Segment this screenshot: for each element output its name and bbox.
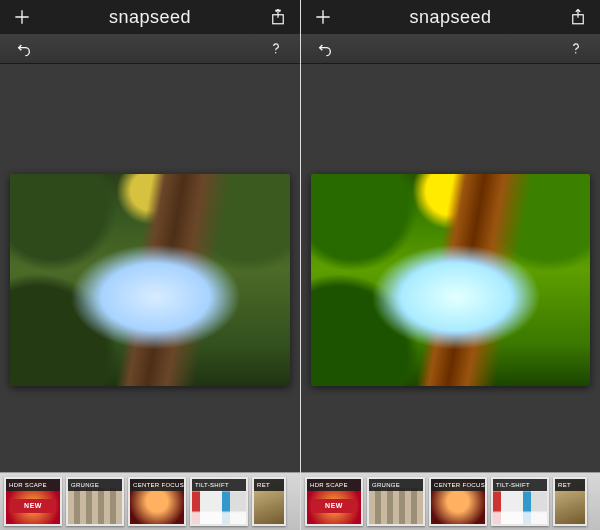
pane-left: snapseed HDR SCAPENEWGRUNGECENTER FOCUST… <box>0 0 300 530</box>
filter-label: TILT-SHIFT <box>493 479 547 491</box>
filter-label: RET <box>254 479 284 491</box>
filter-tile-retro[interactable]: RET <box>252 477 286 526</box>
add-button[interactable] <box>311 5 335 29</box>
filter-tile-center[interactable]: CENTER FOCUS <box>429 477 487 526</box>
canvas-area[interactable] <box>0 64 300 530</box>
undo-button[interactable] <box>313 37 337 61</box>
filter-label: CENTER FOCUS <box>130 479 184 491</box>
filter-label: GRUNGE <box>68 479 122 491</box>
app-title: snapseed <box>34 7 266 28</box>
filter-tile-retro[interactable]: RET <box>553 477 587 526</box>
plus-icon <box>313 7 333 27</box>
filter-tile-center[interactable]: CENTER FOCUS <box>128 477 186 526</box>
plus-icon <box>12 7 32 27</box>
top-bar: snapseed <box>301 0 600 34</box>
share-icon <box>569 8 587 26</box>
pane-right: snapseed HDR SCAPENEWGRUNGECENTER FOCUST… <box>300 0 600 530</box>
filter-label: GRUNGE <box>369 479 423 491</box>
app-title: snapseed <box>335 7 566 28</box>
filter-tile-hdr[interactable]: HDR SCAPENEW <box>4 477 62 526</box>
filter-tile-grunge[interactable]: GRUNGE <box>367 477 425 526</box>
filter-tile-hdr[interactable]: HDR SCAPENEW <box>305 477 363 526</box>
filter-strip[interactable]: HDR SCAPENEWGRUNGECENTER FOCUSTILT-SHIFT… <box>301 472 600 530</box>
filter-tile-tilt[interactable]: TILT-SHIFT <box>190 477 248 526</box>
edited-photo[interactable] <box>10 174 290 386</box>
filter-label: HDR SCAPE <box>6 479 60 491</box>
undo-icon <box>14 41 34 57</box>
filter-strip[interactable]: HDR SCAPENEWGRUNGECENTER FOCUSTILT-SHIFT… <box>0 472 300 530</box>
help-icon <box>269 40 283 58</box>
new-badge: NEW <box>10 499 56 513</box>
filter-tile-tilt[interactable]: TILT-SHIFT <box>491 477 549 526</box>
second-bar <box>0 34 300 64</box>
filter-tile-grunge[interactable]: GRUNGE <box>66 477 124 526</box>
add-button[interactable] <box>10 5 34 29</box>
help-icon <box>569 40 583 58</box>
canvas-area[interactable] <box>301 64 600 530</box>
svg-point-3 <box>575 52 576 53</box>
share-button[interactable] <box>566 5 590 29</box>
edited-photo[interactable] <box>311 174 590 386</box>
help-button[interactable] <box>564 37 588 61</box>
share-button[interactable] <box>266 5 290 29</box>
top-bar: snapseed <box>0 0 300 34</box>
filter-label: CENTER FOCUS <box>431 479 485 491</box>
share-icon <box>269 8 287 26</box>
undo-icon <box>315 41 335 57</box>
undo-button[interactable] <box>12 37 36 61</box>
second-bar <box>301 34 600 64</box>
filter-label: TILT-SHIFT <box>192 479 246 491</box>
filter-label: HDR SCAPE <box>307 479 361 491</box>
filter-label: RET <box>555 479 585 491</box>
svg-point-1 <box>275 52 276 53</box>
new-badge: NEW <box>311 499 357 513</box>
help-button[interactable] <box>264 37 288 61</box>
